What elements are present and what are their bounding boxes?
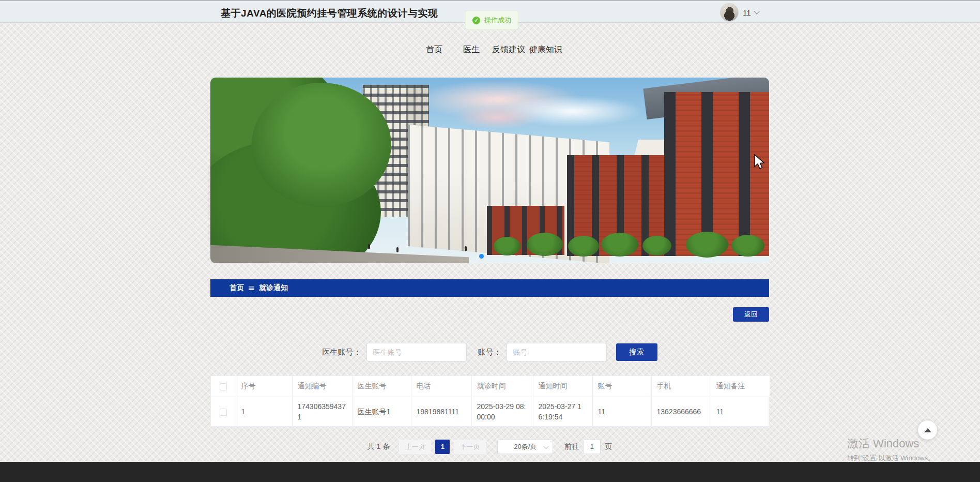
nav-item-feedback[interactable]: 反馈建议 — [490, 44, 527, 55]
back-button-row: 返回 — [210, 307, 769, 322]
bush — [731, 235, 764, 257]
main-content: 首页 就诊通知 返回 医生账号： 账号： 搜索 序号 通知编号 — [210, 78, 769, 454]
search-button[interactable]: 搜索 — [616, 343, 657, 361]
bush — [601, 233, 638, 257]
back-to-top-button[interactable] — [918, 420, 937, 440]
col-remark: 通知备注 — [711, 376, 770, 397]
nav-item-doctor[interactable]: 医生 — [453, 44, 490, 55]
bush — [642, 236, 671, 255]
pagination-total: 共 1 条 — [368, 442, 390, 451]
main-nav: 首页 医生 反馈建议 健康知识 — [0, 44, 980, 55]
breadcrumb-current: 就诊通知 — [259, 283, 288, 293]
nav-item-health[interactable]: 健康知识 — [527, 44, 564, 55]
col-account: 账号 — [592, 376, 651, 397]
cell-index: 1 — [236, 397, 292, 426]
back-button[interactable]: 返回 — [733, 307, 769, 322]
bush — [527, 233, 563, 256]
cell-notice-time: 2025-03-27 16:19:54 — [533, 397, 592, 426]
arrow-up-icon — [924, 428, 931, 432]
cell-notice-no: 1743063594371 — [292, 397, 352, 426]
col-doctor-account: 医生账号 — [352, 376, 411, 397]
col-visit-time: 就诊时间 — [471, 376, 533, 397]
bush — [568, 236, 599, 257]
bush — [686, 232, 728, 258]
table-row: 1 1743063594371 医生账号1 19819881111 2025-0… — [211, 397, 770, 426]
goto-label: 前往 — [564, 442, 579, 451]
cell-account: 11 — [592, 397, 651, 426]
col-index: 序号 — [236, 376, 292, 397]
success-check-icon: ✓ — [472, 17, 480, 24]
next-page-button[interactable]: 下一页 — [454, 440, 486, 454]
prev-page-button[interactable]: 上一页 — [399, 440, 431, 454]
account-label: 账号： — [478, 348, 501, 357]
page-footer — [0, 462, 980, 482]
table-header-row: 序号 通知编号 医生账号 电话 就诊时间 通知时间 账号 手机 通知备注 — [211, 376, 770, 397]
doctor-account-label: 医生账号： — [323, 348, 361, 357]
cell-mobile: 13623666666 — [651, 397, 711, 426]
notice-table: 序号 通知编号 医生账号 电话 就诊时间 通知时间 账号 手机 通知备注 1 1… — [210, 375, 769, 427]
page-title: 基于JAVA的医院预约挂号管理系统的设计与实现 — [221, 7, 438, 20]
goto-suffix: 页 — [605, 442, 612, 451]
col-notice-time: 通知时间 — [533, 376, 592, 397]
tree-canopy — [210, 78, 402, 263]
cell-phone: 19819881111 — [411, 397, 471, 426]
row-checkbox[interactable] — [220, 409, 227, 416]
pagination: 共 1 条 上一页 1 下一页 20条/页 前往 页 — [210, 440, 769, 454]
doctor-account-input[interactable] — [366, 343, 467, 362]
bush — [494, 237, 520, 255]
page-number-1[interactable]: 1 — [435, 440, 450, 454]
watermark-line1: 激活 Windows — [847, 436, 935, 451]
cell-remark: 11 — [711, 397, 770, 426]
hero-carousel-image — [210, 78, 769, 263]
toast-message: 操作成功 — [484, 16, 511, 25]
user-avatar[interactable] — [720, 3, 739, 22]
account-input[interactable] — [507, 343, 607, 362]
cell-visit-time: 2025-03-29 08:00:00 — [471, 397, 533, 426]
goto-page-input[interactable] — [583, 440, 601, 454]
carousel-indicator-dot[interactable] — [479, 254, 484, 259]
breadcrumb-home[interactable]: 首页 — [229, 283, 244, 293]
nav-item-home[interactable]: 首页 — [416, 44, 453, 55]
cell-doctor-account: 医生账号1 — [352, 397, 411, 426]
chevron-down-icon — [544, 444, 549, 449]
windows-activation-watermark: 激活 Windows 转到“设置”以激活 Windows。 — [847, 436, 935, 463]
page-size-value: 20条/页 — [514, 442, 537, 451]
breadcrumb-separator-icon — [249, 286, 254, 290]
col-notice-no: 通知编号 — [292, 376, 352, 397]
chevron-down-icon — [754, 8, 759, 14]
user-menu[interactable]: 11 — [720, 3, 759, 22]
breadcrumb: 首页 就诊通知 — [210, 279, 769, 297]
col-phone: 电话 — [411, 376, 471, 397]
success-toast: ✓ 操作成功 — [465, 11, 518, 29]
page-size-select[interactable]: 20条/页 — [497, 440, 553, 454]
user-name: 11 — [743, 8, 751, 17]
red-building-right — [664, 92, 769, 256]
col-mobile: 手机 — [651, 376, 711, 397]
cloud-shape — [453, 106, 541, 129]
search-form: 医生账号： 账号： 搜索 — [210, 343, 769, 362]
select-all-checkbox[interactable] — [220, 383, 227, 390]
